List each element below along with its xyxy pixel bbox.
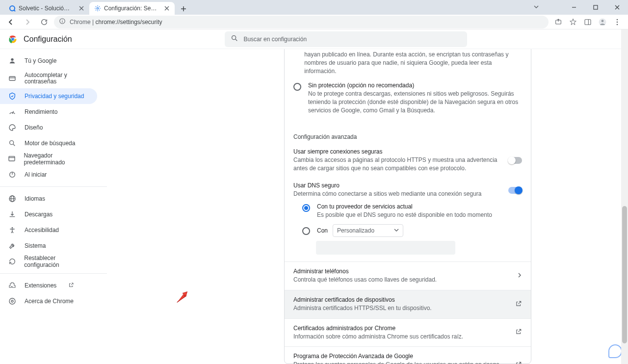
back-button[interactable] [4,15,18,29]
svg-point-21 [617,19,618,20]
window-minimize-button[interactable] [563,0,585,15]
url-text: Chrome | chrome://settings/security [70,19,162,26]
window-close-button[interactable] [606,0,628,15]
reload-button[interactable] [37,15,51,29]
tab-close-icon[interactable] [78,5,84,11]
svg-point-22 [617,21,618,23]
tab-strip: Solvetic - Solución a los problem Config… [0,0,189,15]
tab-settings[interactable]: Configuración: Seguridad [89,2,175,15]
tab-search-chevron-icon[interactable] [533,3,540,12]
svg-point-23 [617,24,618,25]
browser-menu-button[interactable] [610,15,624,29]
tab-solvetic[interactable]: Solvetic - Solución a los problem [4,2,89,15]
share-button[interactable] [551,15,565,29]
window-maximize-button[interactable] [585,0,606,15]
sidepanel-button[interactable] [581,15,595,29]
forward-button[interactable] [21,15,34,29]
svg-rect-17 [585,19,591,25]
new-tab-button[interactable] [178,3,189,15]
site-info-icon[interactable] [59,18,66,26]
tab-label: Configuración: Seguridad [104,5,158,12]
solvetic-favicon [9,5,16,12]
bookmark-button[interactable] [566,15,580,29]
svg-line-1 [14,10,15,11]
svg-rect-10 [594,5,598,9]
svg-point-14 [62,20,62,20]
svg-point-20 [602,20,604,22]
tab-close-icon[interactable] [164,5,170,11]
settings-favicon [94,5,101,12]
window-titlebar: Solvetic - Solución a los problem Config… [0,0,628,15]
browser-toolbar: Chrome | chrome://settings/security [0,15,628,29]
svg-point-4 [97,7,99,9]
tab-label: Solvetic - Solución a los problem [19,5,73,12]
window-controls [563,0,628,15]
address-bar[interactable]: Chrome | chrome://settings/security [54,16,549,28]
profile-button[interactable] [596,15,609,29]
